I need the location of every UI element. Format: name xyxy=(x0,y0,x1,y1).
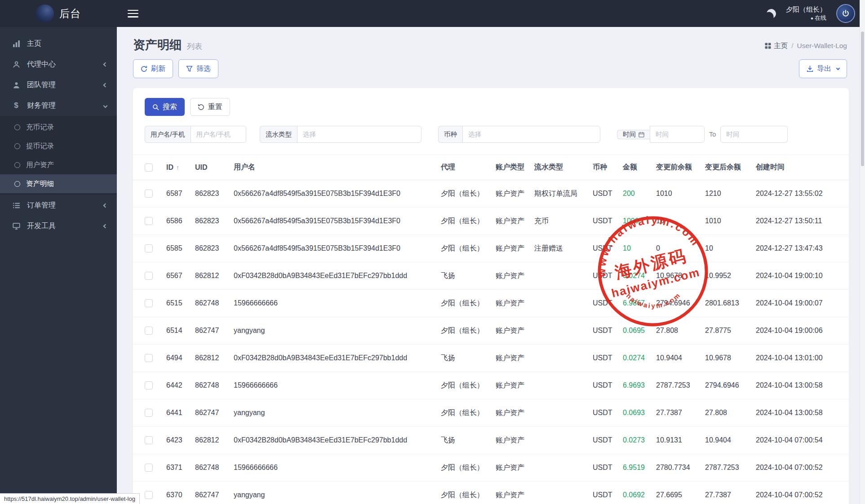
table-row[interactable]: 6567 862812 0xF0342B28d0bA9B34843EeEd31E… xyxy=(133,262,849,290)
select-all-checkbox[interactable] xyxy=(145,164,153,172)
cell-username: yangyang xyxy=(234,482,441,504)
cell-flow-type xyxy=(534,290,593,317)
row-checkbox[interactable] xyxy=(145,491,153,499)
cell-account-type: 账户资产 xyxy=(496,482,534,504)
username-filter-label: 用户名/手机 xyxy=(145,126,191,143)
table-row[interactable]: 6423 862812 0xF0342B28d0bA9B34843EeEd31E… xyxy=(133,427,849,454)
row-checkbox[interactable] xyxy=(145,272,153,280)
cell-amount: 10 xyxy=(623,235,656,262)
row-checkbox[interactable] xyxy=(145,190,153,198)
sidebar-item-asset-details[interactable]: 资产明细 xyxy=(0,174,117,193)
sidebar-item-finance-management[interactable]: $ 财务管理 xyxy=(0,95,117,116)
cell-flow-type xyxy=(534,262,593,290)
table-row[interactable]: 6586 862823 0x566267a4df8549f5a3915E075B… xyxy=(133,208,849,235)
row-checkbox[interactable] xyxy=(145,244,153,252)
cell-flow-type xyxy=(534,454,593,482)
cell-created-at: 2024-10-04 19:00:10 xyxy=(756,262,849,290)
user-name: 夕阳（组长） xyxy=(786,5,826,14)
row-checkbox[interactable] xyxy=(145,217,153,225)
cell-amount: 0.0274 xyxy=(623,345,656,372)
sort-asc-icon[interactable]: ↑ xyxy=(176,164,179,171)
search-button[interactable]: 搜索 xyxy=(145,98,185,116)
cell-id: 6442 xyxy=(166,372,195,399)
cell-username: 0xF0342B28d0bA9B34843EeEd31E7bEFc297bb1d… xyxy=(234,262,441,290)
sidebar-item-agent-center[interactable]: 代理中心 xyxy=(0,54,117,75)
sidebar: 主页 代理中心 团队管理 $ 财务管理 充币记录 提币记录 用户资产 xyxy=(0,27,117,504)
column-header-id[interactable]: ID↑ xyxy=(166,155,195,180)
finance-submenu: 充币记录 提币记录 用户资产 资产明细 xyxy=(0,116,117,195)
menu-toggle-icon[interactable] xyxy=(128,10,138,18)
cell-username: 0x566267a4df8549f5a3915E075B3b15F394d1E3… xyxy=(234,235,441,262)
scrollbar[interactable] xyxy=(860,0,865,504)
sidebar-item-dev-tools[interactable]: 开发工具 xyxy=(0,216,117,236)
logout-power-button[interactable] xyxy=(836,4,855,23)
scrollbar-thumb[interactable] xyxy=(861,31,864,166)
wallet-log-table: ID↑ UID 用户名 代理 账户类型 流水类型 币种 金额 变更前余额 变更后… xyxy=(133,155,849,504)
username-input[interactable] xyxy=(191,126,246,143)
time-from-input[interactable] xyxy=(650,126,705,143)
table-row[interactable]: 6515 862748 15966666666 夕阳（组长） 账户资产 USDT… xyxy=(133,290,849,317)
table-row[interactable]: 6585 862823 0x566267a4df8549f5a3915E075B… xyxy=(133,235,849,262)
row-checkbox[interactable] xyxy=(145,299,153,307)
table-row[interactable]: 6441 862747 yangyang 夕阳（组长） 账户资产 USDT 0.… xyxy=(133,399,849,427)
sidebar-item-team-management[interactable]: 团队管理 xyxy=(0,75,117,95)
time-to-input[interactable] xyxy=(720,126,788,143)
sidebar-item-label: 订单管理 xyxy=(27,201,104,210)
sidebar-item-home[interactable]: 主页 xyxy=(0,33,117,54)
cell-created-at: 2024-10-04 13:00:58 xyxy=(756,372,849,399)
cell-uid: 862748 xyxy=(195,290,234,317)
cell-amount: 0.0695 xyxy=(623,317,656,345)
table-row[interactable]: 6587 862823 0x566267a4df8549f5a3915E075B… xyxy=(133,180,849,208)
cell-account-type: 账户资产 xyxy=(496,399,534,427)
cell-id: 6586 xyxy=(166,208,195,235)
currency-filter-label: 币种 xyxy=(438,126,462,143)
sidebar-item-withdraw-records[interactable]: 提币记录 xyxy=(0,137,117,155)
row-checkbox[interactable] xyxy=(145,381,153,389)
cell-currency: USDT xyxy=(593,208,623,235)
sidebar-item-user-assets[interactable]: 用户资产 xyxy=(0,155,117,174)
cell-agent: 夕阳（组长） xyxy=(441,235,496,262)
table-row[interactable]: 6371 862748 15966666666 夕阳（组长） 账户资产 USDT… xyxy=(133,454,849,482)
power-icon xyxy=(841,9,850,18)
cell-balance-after: 10.9404 xyxy=(705,427,756,454)
row-checkbox[interactable] xyxy=(145,436,153,444)
row-checkbox[interactable] xyxy=(145,354,153,362)
dark-mode-icon[interactable] xyxy=(766,8,777,19)
dollar-icon: $ xyxy=(12,101,21,110)
table-row[interactable]: 6442 862748 15966666666 夕阳（组长） 账户资产 USDT… xyxy=(133,372,849,399)
cell-balance-before: 0 xyxy=(656,235,705,262)
cell-balance-before: 10.9404 xyxy=(656,345,705,372)
column-header-account-type: 账户类型 xyxy=(496,155,534,180)
row-checkbox[interactable] xyxy=(145,464,153,472)
cell-created-at: 2024-10-04 07:00:52 xyxy=(756,482,849,504)
table-row[interactable]: 6494 862812 0xF0342B28d0bA9B34843EeEd31E… xyxy=(133,345,849,372)
filter-label: 筛选 xyxy=(196,64,211,74)
export-button[interactable]: 导出 xyxy=(799,59,847,78)
cell-id: 6515 xyxy=(166,290,195,317)
cell-balance-after: 27.8775 xyxy=(705,317,756,345)
cell-created-at: 2024-10-04 13:01:00 xyxy=(756,345,849,372)
row-checkbox[interactable] xyxy=(145,327,153,335)
column-header-currency: 币种 xyxy=(593,155,623,180)
flow-type-select[interactable] xyxy=(297,126,421,143)
sidebar-item-order-management[interactable]: 订单管理 xyxy=(0,195,117,216)
filter-button[interactable]: 筛选 xyxy=(178,59,218,78)
table-row[interactable]: 6370 862747 yangyang 夕阳（组长） 账户资产 USDT 0.… xyxy=(133,482,849,504)
cell-flow-type xyxy=(534,399,593,427)
row-checkbox[interactable] xyxy=(145,409,153,417)
reset-button[interactable]: 重置 xyxy=(190,98,230,116)
user-info[interactable]: 夕阳（组长） ●在线 xyxy=(786,5,826,22)
brand[interactable]: 后台 xyxy=(0,0,117,27)
cell-username: 15966666666 xyxy=(234,372,441,399)
cell-uid: 862747 xyxy=(195,482,234,504)
refresh-button[interactable]: 刷新 xyxy=(133,59,173,78)
currency-select[interactable] xyxy=(462,126,600,143)
cell-id: 6441 xyxy=(166,399,195,427)
cell-agent: 夕阳（组长） xyxy=(441,454,496,482)
table-row[interactable]: 6514 862747 yangyang 夕阳（组长） 账户资产 USDT 0.… xyxy=(133,317,849,345)
monitor-icon xyxy=(12,221,21,230)
breadcrumb-home-link[interactable]: 主页 xyxy=(765,41,788,51)
chevron-left-icon xyxy=(103,62,108,66)
app-title: 后台 xyxy=(59,7,81,21)
sidebar-item-deposit-records[interactable]: 充币记录 xyxy=(0,118,117,137)
